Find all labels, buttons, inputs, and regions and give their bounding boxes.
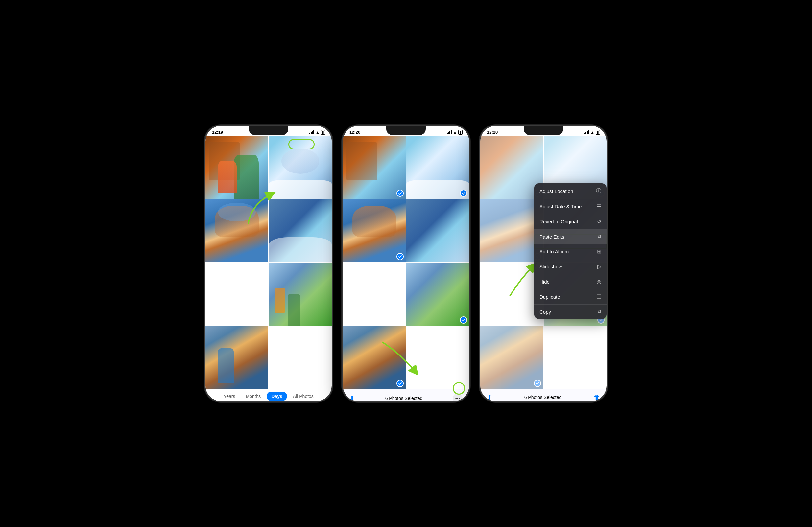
slideshow-icon: ▷ [597, 264, 601, 270]
menu-hide[interactable]: Hide ◎ [534, 274, 607, 289]
status-time-2: 12:20 [349, 130, 360, 135]
share-icon-2[interactable]: ⬆ [349, 394, 355, 401]
delete-icon-3[interactable]: 🗑 [593, 394, 600, 401]
wifi-icon-1: ▲ [316, 130, 320, 135]
paste-icon: ⧉ [598, 234, 601, 240]
location-icon: ⓘ [596, 187, 601, 195]
photo-cell-2-2[interactable] [406, 136, 469, 199]
check-badge-2-1 [396, 190, 404, 197]
copy-icon: ⧉ [598, 309, 601, 315]
three-dots-button-2[interactable]: ••• [453, 393, 463, 401]
photo-cell-1-4[interactable] [269, 199, 332, 262]
screenshot-container: 12:19 ▲ ▮ [204, 125, 608, 402]
status-icons-2: ▲ ▮ [447, 130, 463, 135]
menu-add-album[interactable]: Add to Album ⊞ [534, 244, 607, 259]
photo-grid-2 [343, 136, 469, 389]
menu-slideshow[interactable]: Slideshow ▷ [534, 259, 607, 274]
photo-cell-1-5[interactable] [269, 263, 332, 326]
photo-cell-1-6[interactable] [205, 326, 268, 389]
photo-cell-3-6 [480, 326, 543, 389]
battery-icon-1: ▮ [321, 130, 325, 135]
photo-cell-2-4[interactable] [406, 199, 469, 262]
wifi-icon-3: ▲ [591, 130, 594, 135]
period-years-1[interactable]: Years [219, 392, 240, 401]
photo-cell-1-1[interactable] [205, 136, 268, 199]
menu-revert-original[interactable]: Revert to Original ↺ [534, 214, 607, 229]
menu-copy[interactable]: Copy ⧉ [534, 304, 607, 319]
datetime-icon: ☰ [597, 204, 601, 210]
photo-cell-1-2[interactable] [269, 136, 332, 199]
period-days-1[interactable]: Days [266, 392, 287, 401]
phone-2-inner: 12:20 ▲ ▮ [343, 126, 469, 401]
revert-icon: ↺ [597, 219, 601, 225]
hide-icon: ◎ [597, 278, 601, 285]
battery-icon-2: ▮ [458, 130, 463, 135]
menu-adjust-datetime[interactable]: Adjust Date & Time ☰ [534, 199, 607, 214]
wifi-icon-2: ▲ [453, 130, 457, 135]
signal-icon-2 [447, 130, 452, 134]
selected-count-2: 6 Photos Selected [385, 395, 423, 401]
status-time-3: 12:20 [487, 130, 498, 135]
check-badge-3-6 [534, 380, 541, 387]
phone-3-inner: 12:20 ▲ ▮ [480, 126, 607, 401]
album-icon: ⊞ [597, 249, 601, 255]
menu-duplicate[interactable]: Duplicate ❐ [534, 289, 607, 304]
selected-count-3: 6 Photos Selected [524, 395, 562, 400]
check-badge-2-2 [460, 190, 467, 197]
menu-paste-edits[interactable]: Paste Edits ⧉ [534, 229, 607, 244]
photo-cell-2-6[interactable] [343, 326, 406, 389]
check-badge-2-5 [460, 316, 467, 323]
battery-icon-3: ▮ [596, 130, 600, 135]
share-icon-3[interactable]: ⬆ [487, 393, 492, 401]
action-bar-3: ⬆ 6 Photos Selected 🗑 [480, 389, 607, 401]
phone-1-inner: 12:19 ▲ ▮ [205, 126, 332, 401]
photo-cell-2-1[interactable] [343, 136, 406, 199]
status-time-1: 12:19 [212, 130, 223, 135]
status-icons-1: ▲ ▮ [309, 130, 325, 135]
period-all-1[interactable]: All Photos [288, 392, 318, 401]
phone-3: 12:20 ▲ ▮ [479, 125, 608, 402]
signal-icon-1 [309, 130, 314, 134]
notch-2 [386, 126, 426, 135]
signal-icon-3 [584, 130, 589, 134]
action-bar-2: ⬆ 6 Photos Selected ••• [343, 389, 469, 401]
context-menu-3[interactable]: Adjust Location ⓘ Adjust Date & Time ☰ R… [534, 183, 607, 319]
period-selector-1: Years Months Days All Photos [205, 389, 332, 401]
menu-adjust-location[interactable]: Adjust Location ⓘ [534, 183, 607, 199]
photo-cell-1-3[interactable] [205, 199, 268, 262]
period-months-1[interactable]: Months [241, 392, 265, 401]
photo-cell-2-5[interactable] [406, 263, 469, 326]
photo-cell-2-3[interactable] [343, 199, 406, 262]
duplicate-icon: ❐ [597, 294, 601, 300]
check-badge-2-6 [396, 380, 404, 387]
phone-1: 12:19 ▲ ▮ [204, 125, 333, 402]
status-icons-3: ▲ ▮ [584, 130, 600, 135]
phone-2: 12:20 ▲ ▮ [342, 125, 470, 402]
photo-grid-1 [205, 136, 332, 389]
check-badge-2-3 [396, 253, 404, 260]
notch-1 [249, 126, 288, 135]
notch-3 [524, 126, 563, 135]
photo-cell-3-1 [480, 136, 543, 199]
photo-cell-3-3 [480, 199, 543, 262]
